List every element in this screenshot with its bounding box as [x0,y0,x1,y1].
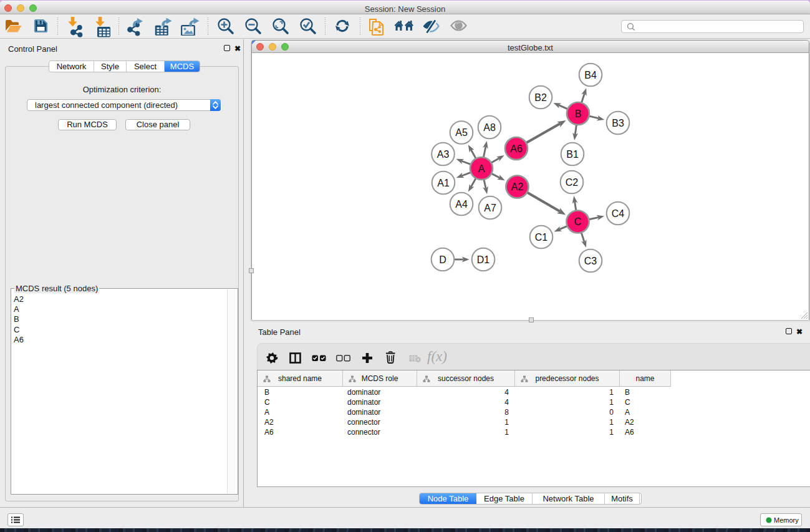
svg-text:C1: C1 [535,232,548,243]
svg-text:A5: A5 [455,127,468,138]
svg-text:A: A [478,163,485,174]
svg-text:B: B [575,109,582,119]
svg-text:A6: A6 [510,143,523,154]
svg-text:C3: C3 [584,256,597,266]
svg-text:A3: A3 [437,149,450,160]
svg-text:C2: C2 [566,177,579,188]
svg-text:D1: D1 [477,254,490,265]
svg-text:A1: A1 [437,178,450,188]
svg-text:C: C [574,216,582,227]
svg-text:B2: B2 [534,92,547,103]
svg-text:A4: A4 [455,199,468,210]
svg-text:D: D [439,254,446,265]
svg-text:A2: A2 [511,181,524,192]
svg-text:A7: A7 [484,203,496,213]
svg-text:B3: B3 [612,118,624,128]
svg-text:B4: B4 [584,70,597,80]
svg-text:A8: A8 [483,122,496,133]
svg-text:B1: B1 [566,149,579,160]
svg-text:C4: C4 [612,208,625,219]
